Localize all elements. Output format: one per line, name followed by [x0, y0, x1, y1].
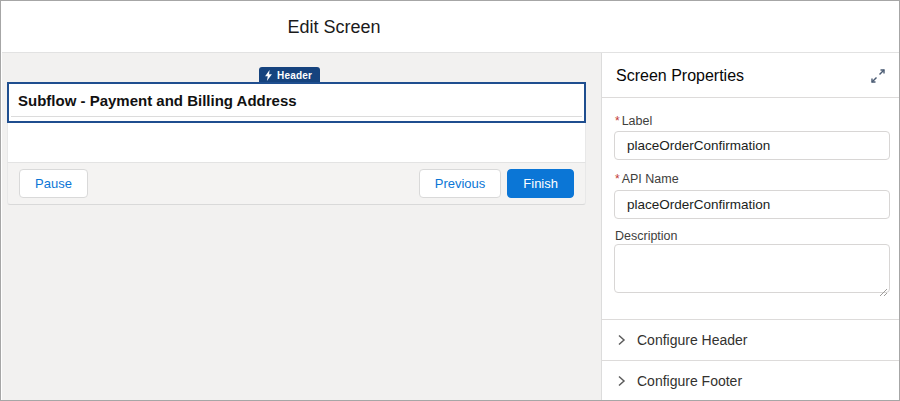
required-asterisk: *: [615, 114, 620, 128]
pause-button[interactable]: Pause: [19, 169, 88, 198]
description-textarea[interactable]: [614, 244, 890, 293]
api-name-field-label: *API Name: [615, 172, 679, 186]
expand-icon: [868, 66, 888, 86]
header-inner-divider: [11, 116, 582, 117]
screen-footer-area[interactable]: Pause Previous Finish: [7, 162, 586, 205]
expand-panel-button[interactable]: [868, 66, 888, 86]
chevron-right-icon: [615, 375, 627, 387]
chevron-right-icon: [615, 334, 627, 346]
edit-screen-modal: Edit Screen Header Subflow - Payment and…: [0, 0, 900, 401]
modal-titlebar: Edit Screen: [2, 2, 900, 53]
configure-footer-section[interactable]: Configure Footer: [602, 361, 900, 401]
screen-preview-canvas: Header Subflow - Payment and Billing Add…: [2, 53, 601, 401]
panel-header: Screen Properties: [602, 53, 900, 98]
required-asterisk: *: [615, 172, 620, 186]
configure-header-section[interactable]: Configure Header: [602, 320, 900, 360]
label-field-label: *Label: [615, 114, 652, 128]
screen-properties-panel: Screen Properties *Label *API Name: [601, 53, 900, 401]
label-input[interactable]: [614, 131, 890, 160]
screen-header-component[interactable]: Subflow - Payment and Billing Address: [7, 82, 586, 123]
configure-header-label: Configure Header: [637, 332, 748, 348]
screen-header-text: Subflow - Payment and Billing Address: [18, 92, 297, 109]
finish-button[interactable]: Finish: [507, 169, 574, 198]
configure-footer-label: Configure Footer: [637, 373, 742, 389]
panel-title: Screen Properties: [616, 53, 744, 98]
footer-right-buttons: Previous Finish: [419, 169, 574, 198]
header-badge-label: Header: [277, 70, 312, 81]
previous-button[interactable]: Previous: [419, 169, 502, 198]
api-name-input[interactable]: [614, 190, 890, 219]
header-component-badge[interactable]: Header: [259, 67, 320, 83]
description-field-label: Description: [615, 229, 678, 243]
modal-title: Edit Screen: [2, 2, 666, 53]
screen-body-area[interactable]: [7, 123, 586, 162]
lightning-bolt-icon: [264, 70, 273, 81]
